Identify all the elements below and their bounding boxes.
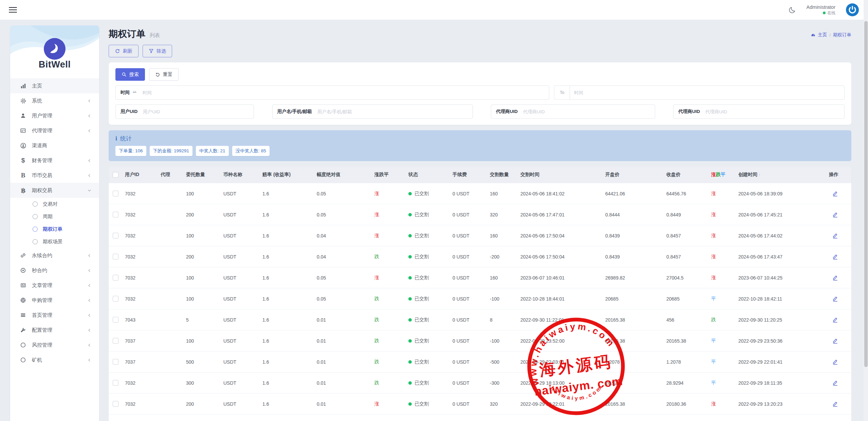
edit-button[interactable] [832,359,838,365]
sidebar-header: BitWell [10,25,99,76]
edit-button[interactable] [832,338,838,344]
cell-qty: 8 [490,317,520,323]
sidebar-item-agents[interactable]: 代理管理 [10,123,99,138]
edit-button[interactable] [832,380,838,386]
row-checkbox[interactable] [113,191,118,196]
filter-button[interactable]: 筛选 [143,45,172,57]
sidebar-item-channel[interactable]: 渠道商 [10,138,99,153]
menu-toggle-button[interactable] [9,5,17,14]
edit-button[interactable] [832,253,838,260]
sidebar-item-spot[interactable]: B币币交易 [10,168,99,183]
vertical-scrollbar[interactable] [864,0,868,421]
search-button[interactable]: 搜索 [115,68,145,81]
table-row: 7032100USDT1.60.05涨已交割0 USDT1602024-05-0… [109,183,851,204]
funnel-icon [149,49,154,54]
row-checkbox[interactable] [113,254,118,260]
chevron-down-icon [87,188,92,193]
sidebar-subitem-pairs[interactable]: 交易对 [10,198,99,210]
sidebar-item-finance[interactable]: $财务管理 [10,153,99,168]
sidebar-item-system[interactable]: 系统 [10,93,99,108]
cell-settle_time: 2022-09-30 11:22:01 [520,317,605,323]
col-header-close: 收盘价 [666,172,711,178]
cell-fee: 0 USDT [453,191,490,196]
dark-mode-toggle[interactable] [789,6,796,14]
sidebar-item-users[interactable]: 用户管理 [10,108,99,123]
agents-icon [19,127,27,134]
cell-open: 0.8439 [605,233,666,238]
sidebar-item-articles[interactable]: 文章管理 [10,278,99,293]
row-checkbox[interactable] [113,401,118,407]
row-checkbox[interactable] [113,212,118,217]
cell-uid: 7032 [125,212,161,217]
edit-button[interactable] [832,401,838,407]
sidebar-item-home[interactable]: 主页 [10,78,99,93]
time-from-input[interactable] [142,90,549,95]
row-checkbox[interactable] [113,359,118,365]
row-checkbox[interactable] [113,380,118,386]
finance-icon: $ [19,157,27,164]
cell-coin: USDT [223,254,262,260]
cell-fee: 0 USDT [453,275,490,281]
agent-uid-input-2[interactable] [705,109,844,114]
username-phone-email-input[interactable] [317,109,473,114]
cell-range: 0.01 [317,380,374,386]
sidebar-item-options[interactable]: ฿期权交易 [10,183,99,198]
breadcrumb-current[interactable]: 期权订单 [833,32,851,38]
row-checkbox[interactable] [113,338,118,344]
reset-button[interactable]: 重置 [149,68,179,81]
edit-button[interactable] [832,232,838,239]
table-row: 7032200USDT1.60.01涨已交割0 USDT3202022-09-2… [109,393,851,414]
col-header-created[interactable]: 创建时间↑ [738,172,825,178]
cell-result: 平 [711,380,738,386]
table-row: 7032200USDT1.60.05涨已交割0 USDT3202024-05-0… [109,204,851,225]
user-uid-field: 用户UID [115,104,254,119]
sidebar-item-subscribe[interactable]: 申购管理 [10,293,99,308]
chevron-left-icon [87,114,92,118]
sidebar-item-config[interactable]: 配置管理 [10,323,99,338]
status-text: 已交割 [414,191,429,197]
status-text: 已交割 [414,380,429,386]
agent-uid-field-1: 代理商UID [491,104,655,119]
sidebar-subitem-option-scene[interactable]: 期权场景 [10,235,99,248]
cell-coin: USDT [223,317,262,323]
cell-odds: 1.6 [262,191,317,196]
cell-result: 涨 [711,233,738,239]
cell-created: 2022-09-29 13:20:23 [738,401,825,407]
cell-odds: 1.6 [262,359,317,365]
edit-button[interactable] [832,295,838,302]
scrollbar-thumb[interactable] [864,21,868,367]
sidebar-item-homepage[interactable]: 首页管理 [10,308,99,323]
sidebar-item-miner[interactable]: 矿机 [10,352,99,367]
time-to-input[interactable] [570,90,844,95]
edit-button[interactable] [832,317,838,323]
status-dot-icon [408,339,412,343]
edit-button[interactable] [832,274,838,281]
breadcrumb-home-link[interactable]: 主页 [811,32,827,38]
edit-button[interactable] [832,211,838,218]
row-checkbox[interactable] [113,317,118,323]
status-dot-icon [408,402,412,406]
user-menu[interactable]: Administrator 在线 [807,4,835,15]
sidebar-item-perpetual[interactable]: 永续合约 [10,248,99,263]
col-header-qty: 交割数量 [490,172,520,178]
sidebar-item-seconds[interactable]: 秒合约 [10,263,99,278]
radio-circle-icon [33,214,38,219]
row-checkbox[interactable] [113,296,118,302]
user-uid-input[interactable] [142,109,254,114]
cell-uid: 7032 [125,401,161,407]
edit-button[interactable] [832,190,838,197]
sidebar-subitem-period[interactable]: 周期 [10,210,99,223]
cell-coin: USDT [223,191,262,196]
select-all-checkbox[interactable] [113,172,118,178]
row-checkbox[interactable] [113,275,118,281]
refresh-button[interactable]: 刷新 [109,45,138,57]
sidebar-item-risk[interactable]: 风控管理 [10,338,99,352]
sidebar-subitem-option-orders[interactable]: 期权订单 [10,223,99,235]
sidebar: BitWell 主页系统用户管理代理管理渠道商$财务管理B币币交易฿期权交易交易… [10,25,99,421]
row-checkbox[interactable] [113,233,118,238]
avatar[interactable] [846,3,859,17]
col-header-range: 幅度绝对值 [317,172,374,178]
agent-uid-input-1[interactable] [522,109,655,114]
cell-checkbox [109,275,125,281]
cell-op [832,401,851,407]
